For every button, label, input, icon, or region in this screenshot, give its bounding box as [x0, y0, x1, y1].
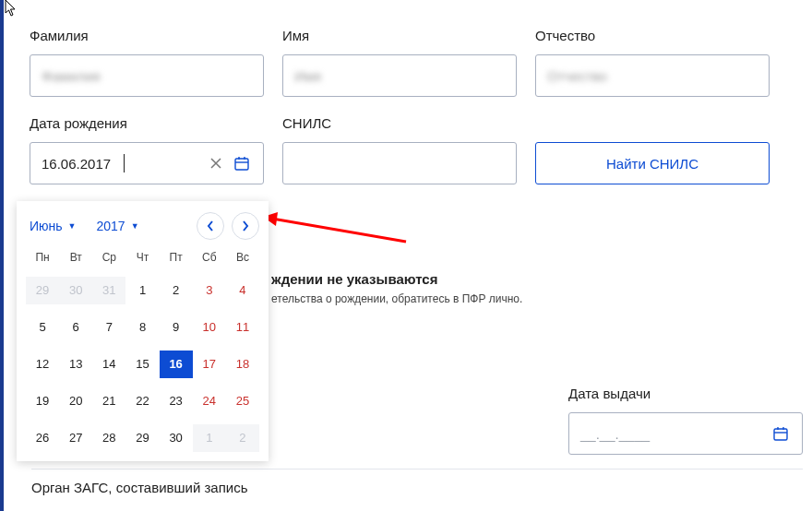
datepicker-dow: Пн	[26, 251, 59, 267]
input-patronymic[interactable]: Отчество	[535, 54, 770, 97]
datepicker-day[interactable]: 19	[26, 387, 59, 415]
field-dob: Дата рождения 16.06.2017	[30, 115, 264, 184]
datepicker-header: Июнь▼ 2017▼	[26, 212, 259, 240]
input-dob[interactable]: 16.06.2017	[30, 142, 264, 184]
datepicker-next-button[interactable]	[232, 212, 259, 240]
datepicker-day[interactable]: 13	[59, 351, 92, 378]
datepicker-dow: Пт	[160, 251, 193, 267]
datepicker-day[interactable]: 25	[226, 387, 259, 415]
svg-line-4	[272, 219, 406, 242]
datepicker-day[interactable]: 23	[160, 387, 193, 415]
datepicker-day[interactable]: 29	[26, 277, 59, 304]
datepicker-day[interactable]: 8	[125, 314, 159, 341]
datepicker-day[interactable]: 15	[125, 351, 159, 378]
label-surname: Фамилия	[30, 28, 264, 43]
datepicker-day[interactable]: 1	[193, 424, 226, 452]
label-dob: Дата рождения	[30, 115, 264, 131]
label-patronymic: Отчество	[535, 28, 770, 43]
datepicker-day[interactable]: 29	[125, 424, 159, 452]
datepicker-day[interactable]: 3	[193, 277, 226, 304]
datepicker-day[interactable]: 18	[226, 351, 259, 378]
label-snils: СНИЛС	[282, 115, 517, 131]
datepicker-dow: Чт	[125, 251, 159, 267]
cursor-arrow-icon	[4, 0, 18, 18]
info-subtitle: етельства о рождении, обратитесь в ПФР л…	[271, 292, 522, 305]
calendar-icon[interactable]	[232, 153, 252, 173]
svg-rect-6	[774, 429, 787, 440]
datepicker-dow: Вс	[226, 251, 259, 267]
datepicker-day[interactable]: 11	[226, 314, 259, 341]
datepicker-day[interactable]: 30	[59, 277, 92, 304]
row-name-fields: Фамилия Фамилия Имя Имя Отчество Отчеств…	[30, 28, 812, 97]
datepicker-day[interactable]: 12	[26, 351, 59, 378]
datepicker-day[interactable]: 2	[226, 424, 259, 452]
datepicker-day[interactable]: 20	[59, 387, 92, 415]
field-find-snils: Найти СНИЛС	[535, 115, 770, 184]
datepicker-day[interactable]: 27	[59, 424, 92, 452]
caret-down-icon: ▼	[131, 221, 139, 231]
info-block: ждении не указываются етельства о рожден…	[271, 271, 522, 305]
field-snils: СНИЛС	[282, 115, 517, 184]
annotation-arrow-icon	[263, 209, 411, 246]
datepicker-day[interactable]: 4	[226, 277, 259, 304]
clear-icon[interactable]	[206, 153, 226, 173]
input-surname[interactable]: Фамилия	[30, 54, 264, 97]
field-issue-date: Дата выдачи __.__.____	[568, 386, 803, 455]
caret-down-icon: ▼	[68, 221, 77, 231]
label-issue-date: Дата выдачи	[568, 386, 803, 401]
datepicker-dow: Сб	[193, 251, 226, 267]
field-name: Имя Имя	[282, 28, 517, 97]
svg-rect-0	[235, 159, 248, 170]
datepicker-prev-button[interactable]	[197, 212, 224, 240]
input-issue-date[interactable]: __.__.____	[568, 412, 803, 455]
datepicker-day[interactable]: 17	[193, 351, 226, 378]
input-name[interactable]: Имя	[282, 54, 517, 97]
input-snils[interactable]	[282, 142, 517, 184]
section-zags-label: Орган ЗАГС, составивший запись	[31, 480, 248, 495]
datepicker-day[interactable]: 6	[59, 314, 92, 341]
find-snils-button[interactable]: Найти СНИЛС	[535, 142, 770, 184]
datepicker-dow: Ср	[92, 251, 125, 267]
datepicker-day[interactable]: 21	[92, 387, 125, 415]
info-title: ждении не указываются	[271, 271, 522, 287]
datepicker-day[interactable]: 9	[160, 314, 193, 341]
text-cursor	[124, 154, 125, 172]
datepicker-day[interactable]: 30	[160, 424, 193, 452]
datepicker-day[interactable]: 5	[26, 314, 59, 341]
datepicker-grid: ПнВтСрЧтПтСбВс29303112345678910111213141…	[26, 251, 259, 452]
datepicker-day[interactable]: 1	[125, 277, 159, 304]
datepicker-day[interactable]: 26	[26, 424, 59, 452]
datepicker-day[interactable]: 24	[193, 387, 226, 415]
row-dob-snils: Дата рождения 16.06.2017 СНИЛС Найти СНИ…	[30, 115, 812, 184]
datepicker-day[interactable]: 31	[92, 277, 125, 304]
datepicker-day[interactable]: 14	[92, 351, 125, 378]
field-surname: Фамилия Фамилия	[30, 28, 264, 97]
datepicker-day[interactable]: 16	[160, 351, 193, 378]
datepicker-dow: Вт	[59, 251, 92, 267]
datepicker-day[interactable]: 10	[193, 314, 226, 341]
divider	[31, 469, 803, 469]
calendar-icon[interactable]	[770, 423, 791, 444]
datepicker-day[interactable]: 28	[92, 424, 125, 452]
datepicker-day[interactable]: 22	[125, 387, 159, 415]
datepicker-day[interactable]: 7	[92, 314, 125, 341]
datepicker-popup: Июнь▼ 2017▼ ПнВтСрЧтПтСбВс29303112345678…	[17, 201, 269, 461]
datepicker-day[interactable]: 2	[160, 277, 193, 304]
label-name: Имя	[282, 28, 517, 43]
field-patronymic: Отчество Отчество	[535, 28, 770, 97]
datepicker-year-select[interactable]: 2017▼	[97, 219, 139, 233]
datepicker-month-select[interactable]: Июнь▼	[30, 219, 77, 233]
